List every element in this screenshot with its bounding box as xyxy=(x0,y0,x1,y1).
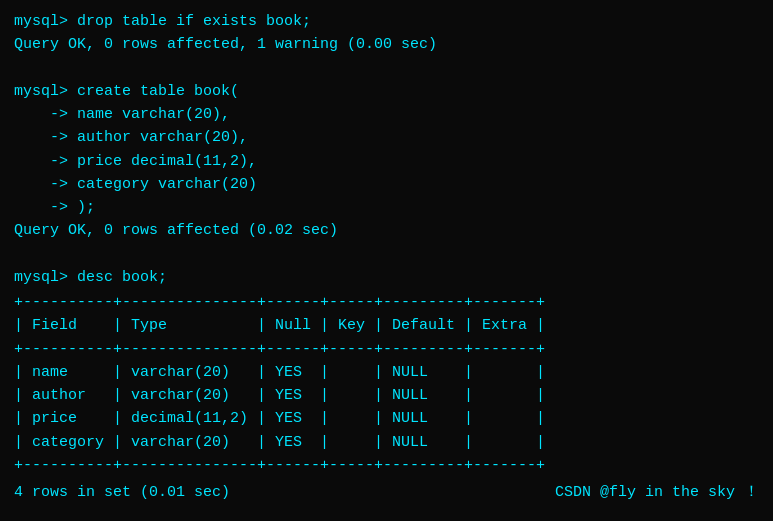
table-border-bot: +----------+---------------+------+-----… xyxy=(14,457,545,474)
blank-1 xyxy=(14,57,759,80)
line-2: Query OK, 0 rows affected, 1 warning (0.… xyxy=(14,33,759,56)
line-9: Query OK, 0 rows affected (0.02 sec) xyxy=(14,219,759,242)
line-4: -> name varchar(20), xyxy=(14,103,759,126)
table-border-top: +----------+---------------+------+-----… xyxy=(14,294,545,311)
line-3: mysql> create table book( xyxy=(14,80,759,103)
terminal: mysql> drop table if exists book; Query … xyxy=(14,10,759,511)
line-1: mysql> drop table if exists book; xyxy=(14,10,759,33)
line-8: -> ); xyxy=(14,196,759,219)
table-row-price: | price | decimal(11,2) | YES | | NULL |… xyxy=(14,410,545,427)
table-row-name: | name | varchar(20) | YES | | NULL | | xyxy=(14,364,545,381)
desc-table: +----------+---------------+------+-----… xyxy=(14,291,759,477)
line-7: -> category varchar(20) xyxy=(14,173,759,196)
table-row-category: | category | varchar(20) | YES | | NULL … xyxy=(14,434,545,451)
footer-left: 4 rows in set (0.01 sec) xyxy=(14,481,230,504)
line-10: mysql> desc book; xyxy=(14,266,759,289)
footer-right: CSDN @fly in the sky ！ xyxy=(555,481,759,504)
blank-2 xyxy=(14,243,759,266)
footer: 4 rows in set (0.01 sec) CSDN @fly in th… xyxy=(14,481,759,504)
table-header: | Field | Type | Null | Key | Default | … xyxy=(14,317,545,334)
line-5: -> author varchar(20), xyxy=(14,126,759,149)
table-row-author: | author | varchar(20) | YES | | NULL | … xyxy=(14,387,545,404)
line-6: -> price decimal(11,2), xyxy=(14,150,759,173)
table-border-mid: +----------+---------------+------+-----… xyxy=(14,341,545,358)
